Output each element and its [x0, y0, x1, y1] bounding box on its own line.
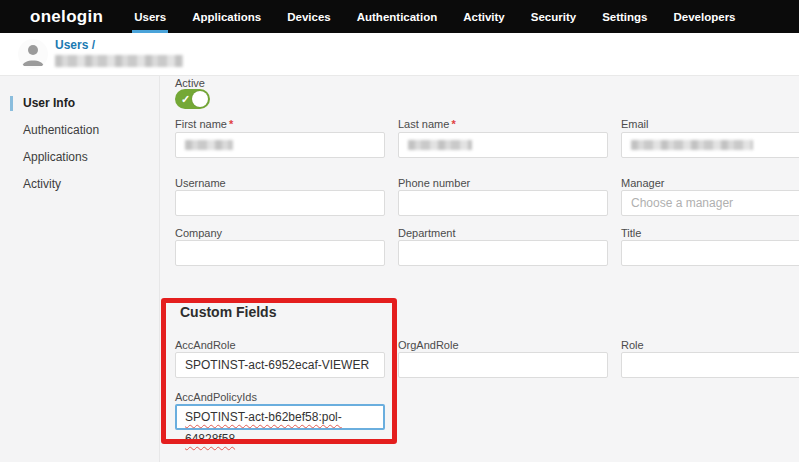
first-name-label: First name* — [175, 118, 233, 130]
username-input[interactable] — [175, 190, 385, 216]
department-input[interactable] — [398, 240, 608, 266]
nav-item-security[interactable]: Security — [531, 0, 576, 33]
manager-label: Manager — [621, 177, 664, 189]
nav-item-applications[interactable]: Applications — [192, 0, 261, 33]
required-asterisk: * — [451, 118, 455, 130]
nav-item-authentication[interactable]: Authentication — [357, 0, 438, 33]
email-input[interactable] — [621, 132, 799, 158]
body-area: User Info Authentication Applications Ac… — [0, 76, 799, 462]
check-icon: ✓ — [181, 92, 190, 106]
accandpolicyids-label: AccAndPolicyIds — [175, 391, 257, 403]
nav-item-settings[interactable]: Settings — [602, 0, 647, 33]
toggle-knob — [192, 91, 208, 107]
accandpolicyids-value: SPOTINST-act-b62bef58:pol-64828f58 — [185, 410, 342, 446]
role-label: Role — [621, 339, 644, 351]
title-input[interactable] — [621, 240, 799, 266]
organdrole-label: OrgAndRole — [398, 339, 459, 351]
last-name-input[interactable] — [398, 132, 608, 158]
username-label: Username — [175, 177, 226, 189]
redacted-last-name-value — [408, 140, 472, 150]
sidebar-item-applications[interactable]: Applications — [0, 144, 159, 171]
top-nav-items: Users Applications Devices Authenticatio… — [134, 0, 735, 33]
active-toggle-label: Active — [175, 77, 205, 89]
active-toggle[interactable]: ✓ — [175, 89, 210, 109]
nav-item-devices[interactable]: Devices — [287, 0, 330, 33]
breadcrumb-users-link[interactable]: Users / — [55, 38, 95, 52]
sidebar: User Info Authentication Applications Ac… — [0, 76, 160, 462]
company-input[interactable] — [175, 240, 385, 266]
department-label: Department — [398, 227, 455, 239]
accandrole-input[interactable] — [175, 352, 385, 378]
organdrole-input[interactable] — [398, 352, 608, 378]
top-nav-bar: onelogin Users Applications Devices Auth… — [0, 0, 799, 33]
page-header: Users / — [0, 33, 799, 76]
redacted-first-name-value — [185, 140, 233, 150]
required-asterisk: * — [229, 118, 233, 130]
role-input[interactable] — [621, 352, 799, 378]
nav-item-activity[interactable]: Activity — [463, 0, 505, 33]
accandrole-label: AccAndRole — [175, 339, 236, 351]
user-avatar-icon — [18, 39, 48, 69]
first-name-input[interactable] — [175, 132, 385, 158]
last-name-label: Last name* — [398, 118, 456, 130]
nav-item-developers[interactable]: Developers — [674, 0, 736, 33]
company-label: Company — [175, 227, 222, 239]
email-label: Email — [621, 118, 649, 130]
onelogin-logo[interactable]: onelogin — [30, 7, 103, 27]
user-info-form: Active ✓ First name* Last name* Email Us… — [160, 76, 799, 462]
redacted-email-value — [631, 140, 753, 150]
manager-input[interactable] — [621, 190, 799, 216]
redacted-user-name — [55, 55, 183, 67]
sidebar-item-user-info[interactable]: User Info — [0, 90, 159, 117]
accandpolicyids-input[interactable]: SPOTINST-act-b62bef58:pol-64828f58 — [175, 404, 385, 430]
title-label: Title — [621, 227, 641, 239]
onelogin-admin-page: onelogin Users Applications Devices Auth… — [0, 0, 799, 462]
sidebar-item-authentication[interactable]: Authentication — [0, 117, 159, 144]
phone-number-label: Phone number — [398, 177, 470, 189]
sidebar-item-activity[interactable]: Activity — [0, 171, 159, 198]
nav-item-users[interactable]: Users — [134, 0, 166, 33]
custom-fields-heading: Custom Fields — [180, 304, 276, 320]
phone-number-input[interactable] — [398, 190, 608, 216]
